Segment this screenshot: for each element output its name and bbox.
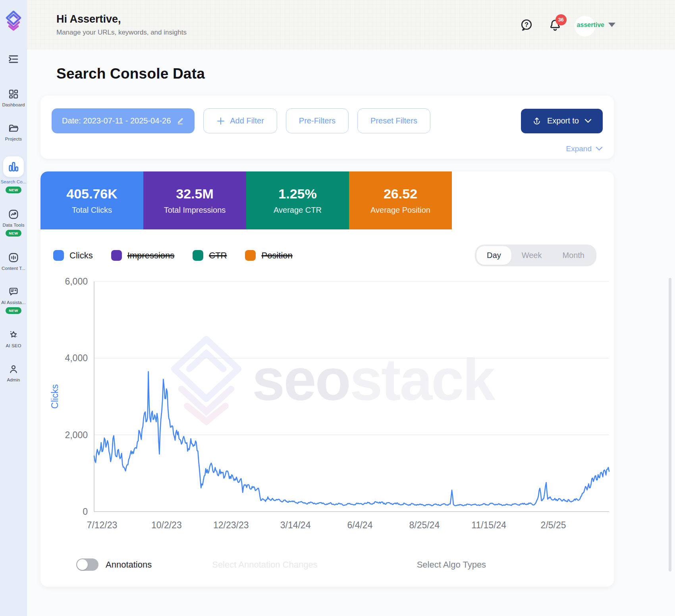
expand-chevron-down-icon [596, 146, 603, 151]
greeting-text: Hi Assertive, [56, 13, 187, 25]
annotations-toggle[interactable] [76, 558, 98, 571]
seostack-logo-icon [5, 10, 22, 31]
pre-filters-button[interactable]: Pre-Filters [286, 108, 349, 133]
notification-count-badge: 36 [555, 14, 567, 25]
scrollbar-thumb[interactable] [669, 278, 671, 572]
help-icon[interactable]: ? [520, 18, 533, 32]
legend-item-ctr[interactable]: CTR [193, 250, 227, 261]
legend-item-position[interactable]: Position [245, 250, 292, 261]
svg-text:6,000: 6,000 [65, 276, 88, 287]
new-badge: NEW [6, 307, 21, 314]
greeting-block: Hi Assertive, Manage your URLs, keywords… [56, 13, 187, 37]
username-text: assertive [577, 21, 604, 29]
stat-card-total-impressions: 32.5MTotal Impressions [143, 171, 246, 229]
stat-label: Average Position [370, 206, 430, 215]
clicks-line-chart[interactable]: 02,0004,0006,0007/12/2310/2/2312/23/233/… [40, 273, 614, 536]
new-badge: NEW [6, 230, 21, 237]
chart-footer-controls: Annotations Select Annotation Changes Se… [76, 558, 614, 571]
legend-label: CTR [209, 250, 227, 261]
chart-area: seostack 02,0004,0006,0007/12/2310/2/231… [40, 273, 614, 536]
export-button[interactable]: Export to [521, 109, 603, 133]
legend-swatch [53, 250, 64, 261]
add-filter-label: Add Filter [230, 116, 264, 125]
date-range-chip[interactable]: Date: 2023-07-11 - 2025-04-26 [52, 108, 195, 133]
export-upload-icon [532, 116, 542, 126]
legend-item-impressions[interactable]: Impressions [111, 250, 175, 261]
sidebar-item-admin[interactable]: Admin [0, 363, 27, 382]
legend-item-clicks[interactable]: Clicks [53, 250, 93, 261]
legend-label: Clicks [69, 250, 93, 261]
notifications-button[interactable]: 36 [548, 18, 562, 32]
user-menu-caret-icon [608, 23, 615, 27]
svg-text:3/14/24: 3/14/24 [280, 520, 311, 530]
toggle-knob [77, 559, 88, 570]
sidebar-item-dashboard[interactable]: Dashboard [0, 88, 27, 107]
legend-row: ClicksImpressionsCTRPosition DayWeekMont… [53, 244, 596, 266]
sidebar-item-ai-assistant[interactable]: AI Assista...NEW [0, 286, 27, 314]
select-annotation-changes[interactable]: Select Annotation Changes [212, 560, 317, 570]
sidebar-nav: DashboardProjectsSearch Co...NEWData Too… [0, 88, 27, 382]
stat-label: Total Clicks [72, 206, 112, 215]
date-range-label: Date: 2023-07-11 - 2025-04-26 [62, 116, 171, 125]
sidebar-item-label: Search Co... [0, 179, 26, 184]
sidebar-item-label: Projects [5, 137, 22, 141]
sidebar-item-data-tools[interactable]: Data ToolsNEW [0, 208, 27, 237]
svg-text:6/4/24: 6/4/24 [347, 520, 372, 530]
svg-text:10/2/23: 10/2/23 [151, 520, 182, 530]
stat-value: 26.52 [384, 186, 417, 202]
preset-filters-label: Preset Filters [370, 116, 417, 125]
sidebar-item-label: Content T... [2, 266, 25, 271]
select-algo-types[interactable]: Select Algo Types [417, 560, 486, 570]
main-area: Hi Assertive, Manage your URLs, keywords… [27, 0, 675, 616]
stat-card-average-ctr: 1.25%Average CTR [246, 171, 349, 229]
plus-icon [216, 117, 225, 125]
sidebar-item-label: AI Assista... [1, 300, 25, 305]
expand-label: Expand [566, 144, 592, 153]
legend-label: Impressions [127, 250, 175, 261]
add-filter-button[interactable]: Add Filter [203, 108, 277, 133]
granularity-switcher: DayWeekMonth [475, 244, 596, 266]
svg-text:0: 0 [83, 506, 88, 517]
stat-value: 32.5M [176, 186, 214, 202]
sidebar-item-label: AI SEO [6, 343, 21, 348]
sidebar-item-content-tools[interactable]: Content T... [0, 252, 27, 271]
star-sparkle-icon [8, 329, 19, 341]
sidebar-item-label: Admin [7, 377, 20, 382]
sliders-icon [8, 252, 19, 264]
export-label: Export to [547, 116, 579, 125]
stat-value: 1.25% [278, 186, 316, 202]
page-title: Search Console Data [56, 65, 614, 82]
page-content: Search Console Data Date: 2023-07-11 - 2… [27, 50, 675, 616]
greeting-subtitle: Manage your URLs, keywords, and insights [56, 29, 187, 37]
legend-swatch [193, 250, 203, 261]
svg-text:2,000: 2,000 [65, 430, 88, 440]
export-chevron-down-icon [584, 119, 592, 123]
legend-swatch [245, 250, 256, 261]
svg-text:Clicks: Clicks [50, 384, 60, 408]
svg-text:8/25/24: 8/25/24 [409, 520, 440, 530]
stat-value: 405.76K [66, 186, 118, 202]
annotations-label: Annotations [106, 560, 152, 570]
sidebar-collapse-icon[interactable] [8, 53, 19, 65]
granularity-week-button[interactable]: Week [511, 246, 552, 265]
folder-icon [8, 122, 19, 134]
sidebar-item-search-console[interactable]: Search Co...NEW [0, 156, 27, 193]
edit-pencil-icon [176, 117, 184, 125]
svg-text:12/23/23: 12/23/23 [213, 520, 249, 530]
pre-filters-label: Pre-Filters [299, 116, 336, 125]
legend-swatch [111, 250, 122, 261]
stat-card-average-position: 26.52Average Position [349, 171, 452, 229]
user-menu[interactable]: assertive [577, 21, 615, 29]
sidebar-item-label: Dashboard [2, 102, 25, 107]
expand-toggle[interactable]: Expand [52, 144, 603, 153]
svg-text:4,000: 4,000 [65, 353, 88, 363]
chat-sparkle-icon [8, 286, 19, 298]
preset-filters-button[interactable]: Preset Filters [357, 108, 430, 133]
granularity-day-button[interactable]: Day [476, 246, 511, 265]
granularity-month-button[interactable]: Month [552, 246, 595, 265]
sidebar-item-projects[interactable]: Projects [0, 122, 27, 141]
legend-label: Position [261, 250, 292, 261]
new-badge: NEW [6, 187, 21, 193]
sidebar-item-ai-seo[interactable]: AI SEO [0, 329, 27, 348]
sidebar: DashboardProjectsSearch Co...NEWData Too… [0, 0, 27, 616]
